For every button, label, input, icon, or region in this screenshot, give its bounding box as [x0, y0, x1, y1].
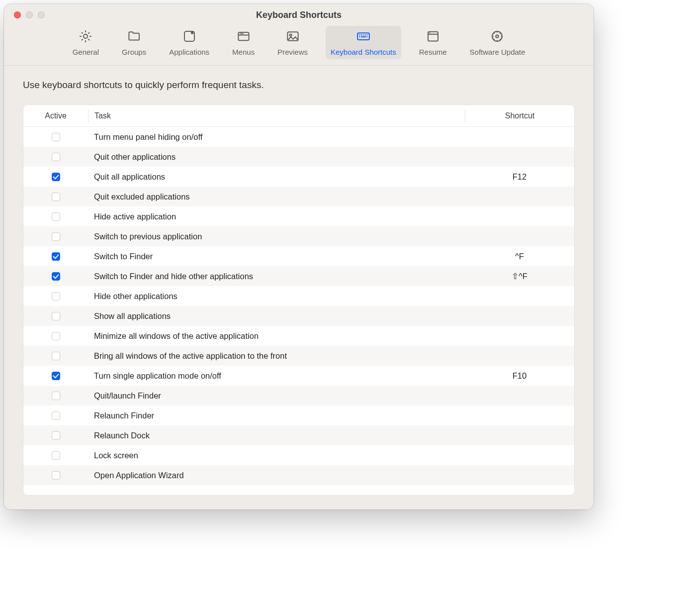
intro-text: Use keyboard shortcuts to quickly perfor…: [23, 80, 575, 91]
task-cell: Hide active application: [88, 212, 465, 221]
zoom-window[interactable]: [38, 11, 45, 18]
content-pane: Use keyboard shortcuts to quickly perfor…: [4, 66, 594, 509]
active-checkbox[interactable]: [52, 272, 60, 281]
active-checkbox[interactable]: [52, 332, 60, 340]
svg-rect-12: [364, 34, 365, 35]
table-row[interactable]: Turn menu panel hiding on/off: [23, 127, 574, 147]
toolbar-tab-keyboard[interactable]: Keyboard Shortcuts: [326, 26, 401, 59]
toolbar-tab-groups[interactable]: Groups: [117, 26, 151, 59]
active-checkbox[interactable]: [52, 431, 60, 440]
active-checkbox[interactable]: [52, 133, 60, 141]
preferences-window: Keyboard Shortcuts GeneralGroupsApplicat…: [4, 4, 594, 509]
column-header-shortcut[interactable]: Shortcut: [465, 109, 574, 122]
table-row[interactable]: Turn single application mode on/offF10: [23, 366, 574, 386]
active-checkbox[interactable]: [52, 173, 60, 181]
active-checkbox[interactable]: [52, 372, 60, 380]
toolbar-tab-menus[interactable]: Menus: [227, 26, 260, 59]
table-row[interactable]: Quit all applicationsF12: [23, 167, 574, 187]
table-row[interactable]: Hide other applications: [23, 286, 574, 306]
svg-point-2: [191, 31, 194, 34]
close-window[interactable]: [14, 11, 21, 18]
toolbar-tab-label: Groups: [122, 48, 146, 56]
shortcut-cell[interactable]: F10: [465, 371, 574, 381]
toolbar-tab-update[interactable]: Software Update: [465, 26, 530, 59]
table-row[interactable]: Bring all windows of the active applicat…: [23, 346, 574, 366]
shortcut-cell[interactable]: F12: [465, 172, 574, 182]
table-row[interactable]: Show all applications: [23, 306, 574, 326]
active-checkbox[interactable]: [52, 352, 60, 360]
window-title: Keyboard Shortcuts: [4, 10, 594, 20]
active-checkbox[interactable]: [52, 392, 60, 400]
table-row[interactable]: Quit/launch Finder: [23, 386, 574, 406]
svg-point-21: [496, 35, 499, 38]
active-checkbox[interactable]: [52, 193, 60, 201]
minimize-window[interactable]: [26, 11, 33, 18]
active-checkbox[interactable]: [52, 411, 60, 420]
table-row[interactable]: Minimize all windows of the active appli…: [23, 326, 574, 346]
task-cell: Quit other applications: [88, 152, 465, 162]
toolbar-tab-label: Keyboard Shortcuts: [331, 48, 396, 56]
task-cell: Show all applications: [88, 311, 465, 321]
task-cell: Quit all applications: [88, 172, 465, 182]
table-row[interactable]: Open Application Wizard: [23, 465, 574, 485]
toolbar-tab-apps[interactable]: Applications: [164, 26, 214, 59]
table-row[interactable]: Quit excluded applications: [23, 187, 574, 206]
table-body: Turn menu panel hiding on/offQuit other …: [23, 127, 574, 495]
preferences-toolbar: GeneralGroupsApplicationsMenusPreviewsKe…: [4, 26, 594, 66]
task-cell: Switch to previous application: [88, 232, 465, 241]
svg-point-0: [84, 34, 88, 38]
active-checkbox[interactable]: [52, 312, 60, 320]
svg-rect-16: [366, 36, 367, 37]
svg-point-19: [429, 32, 430, 33]
table-row[interactable]: Switch to previous application: [23, 226, 574, 246]
task-cell: Turn single application mode on/off: [88, 371, 465, 381]
task-cell: Relaunch Dock: [88, 431, 465, 440]
toolbar-tab-previews[interactable]: Previews: [272, 26, 313, 59]
menus-icon: [235, 29, 252, 46]
table-row[interactable]: Switch to Finder and hide other applicat…: [23, 266, 574, 286]
column-header-task[interactable]: Task: [88, 109, 465, 122]
task-cell: Quit excluded applications: [88, 192, 465, 202]
table-row[interactable]: Quit other applications: [23, 147, 574, 167]
toolbar-tab-label: General: [73, 48, 99, 56]
task-cell: Quit/launch Finder: [88, 391, 465, 401]
task-cell: Switch to Finder and hide other applicat…: [88, 272, 465, 281]
toolbar-tab-label: Previews: [277, 48, 308, 56]
active-checkbox[interactable]: [52, 212, 60, 221]
svg-rect-11: [363, 34, 364, 35]
active-checkbox[interactable]: [52, 153, 60, 161]
task-cell: Bring all windows of the active applicat…: [88, 351, 465, 361]
toolbar-tab-resume[interactable]: Resume: [414, 26, 452, 59]
shortcut-cell[interactable]: ⇧^F: [465, 272, 574, 281]
keyboard-icon: [355, 29, 372, 46]
table-row[interactable]: Relaunch Finder: [23, 406, 574, 425]
traffic-lights: [4, 11, 45, 18]
table-row[interactable]: Switch to Finder^F: [23, 246, 574, 266]
active-checkbox[interactable]: [52, 252, 60, 261]
toolbar-tab-label: Menus: [232, 48, 255, 56]
active-checkbox[interactable]: [52, 292, 60, 301]
task-cell: Lock screen: [88, 451, 465, 460]
active-checkbox[interactable]: [52, 451, 60, 460]
toolbar-tab-label: Software Update: [470, 48, 525, 56]
task-cell: Relaunch Finder: [88, 411, 465, 420]
active-checkbox[interactable]: [52, 471, 60, 480]
resume-icon: [425, 29, 441, 46]
toolbar-tab-label: Resume: [419, 48, 447, 56]
task-cell: Switch to Finder: [88, 252, 465, 261]
titlebar: Keyboard Shortcuts: [4, 4, 594, 26]
task-cell: Turn menu panel hiding on/off: [88, 132, 465, 142]
toolbar-tab-general[interactable]: General: [68, 26, 104, 59]
previews-icon: [284, 29, 301, 46]
shortcut-cell[interactable]: ^F: [465, 252, 574, 261]
svg-point-7: [289, 34, 291, 36]
task-cell: Open Application Wizard: [88, 471, 465, 480]
active-checkbox[interactable]: [52, 232, 60, 241]
table-row[interactable]: Hide active application: [23, 206, 574, 226]
update-icon: [489, 29, 506, 46]
groups-icon: [126, 29, 143, 46]
column-header-active[interactable]: Active: [23, 109, 88, 122]
table-row[interactable]: Lock screen: [23, 445, 574, 465]
svg-rect-5: [240, 33, 244, 34]
table-row[interactable]: Relaunch Dock: [23, 425, 574, 445]
